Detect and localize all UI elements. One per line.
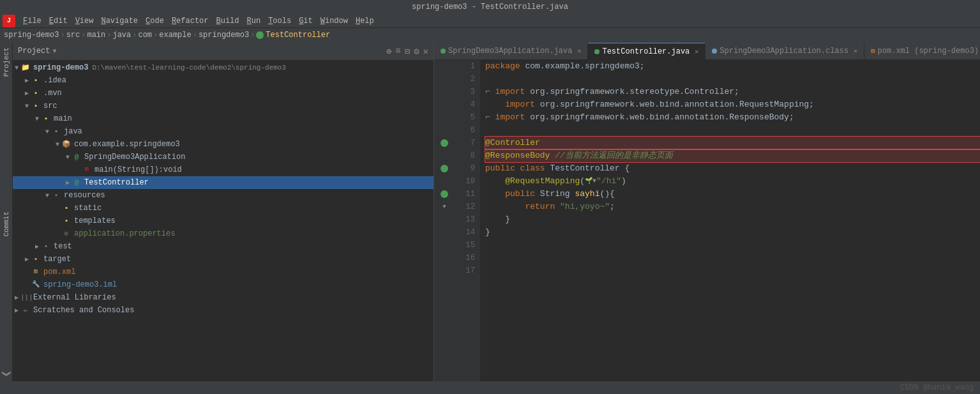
tree-item-iml[interactable]: 🔧 spring-demo3.iml (13, 278, 433, 291)
line-num-6: 6 (455, 124, 480, 137)
menu-view[interactable]: View (72, 15, 98, 27)
tree-item-springapp[interactable]: ▼ @ SpringDemo3Application (13, 151, 433, 163)
tab-springdemo3app[interactable]: SpringDemo3Application.java ✕ (434, 43, 588, 59)
gutter-cell-13 (434, 213, 455, 226)
fold-icon-12[interactable]: ▼ (442, 204, 446, 210)
tree-item-src[interactable]: ▼ ▪ src (13, 100, 433, 112)
breakpoint-11[interactable] (441, 190, 448, 198)
tree-item-main[interactable]: ▼ ▪ main (13, 112, 433, 125)
tab-dot-testcontroller (594, 49, 599, 54)
breadcrumb-src[interactable]: src (66, 31, 80, 40)
code-line-5: ⌐ import org.springframework.web.bind.an… (485, 111, 980, 124)
code-line-9: public class TestController { (485, 162, 980, 175)
menu-refactor[interactable]: Refactor (168, 15, 213, 27)
menu-help[interactable]: Help (352, 15, 378, 27)
tree-label-package: com.example.springdemo3 (74, 140, 180, 149)
menu-navigate[interactable]: Navigate (97, 15, 142, 27)
menu-build[interactable]: Build (213, 15, 243, 27)
line-num-10: 10 (455, 175, 480, 188)
breadcrumb-main[interactable]: main (87, 31, 105, 40)
line-num-17: 17 (455, 264, 480, 277)
controller-icon (256, 31, 264, 39)
pkg-3: org.springframework.stereotype. (530, 86, 684, 98)
tree-item-scratches[interactable]: ▶ ✏ Scratches and Consoles (13, 304, 433, 317)
tree-item-main-method[interactable]: m main(String[]):void (13, 163, 433, 176)
menu-file[interactable]: File (19, 15, 45, 27)
menu-edit[interactable]: Edit (45, 15, 72, 27)
code-line-2 (485, 73, 980, 86)
collapse-icon[interactable]: ⊟ (405, 46, 410, 57)
breadcrumb-com[interactable]: com (138, 31, 152, 40)
sort-icon[interactable]: ≡ (395, 46, 400, 57)
tree-item-static[interactable]: ▪ static (13, 202, 433, 215)
breadcrumb-springdemo3[interactable]: springdemo3 (199, 31, 249, 40)
spring-icon-10: 🌱 (585, 175, 592, 188)
close-panel-icon[interactable]: ✕ (423, 46, 428, 57)
tree-item-resources[interactable]: ▼ ▪ resources (13, 189, 433, 202)
tree-item-templates[interactable]: ▪ templates (13, 215, 433, 227)
breakpoint-9[interactable] (441, 165, 448, 172)
locate-icon[interactable]: ⊕ (386, 46, 391, 57)
tree-item-pom[interactable]: m pom.xml (13, 266, 433, 278)
kw-public-1: public (485, 162, 520, 175)
folder-icon-templates: ▪ (61, 216, 72, 226)
tab-pom[interactable]: m pom.xml (spring-demo3) ✕ (864, 43, 980, 59)
menu-code[interactable]: Code (142, 15, 168, 27)
breadcrumb-example[interactable]: example (159, 31, 191, 40)
method-icon-main: m (82, 165, 92, 175)
tree-label-extlibs: External Libraries (33, 293, 116, 302)
tree-arrow-src: ▼ (23, 103, 31, 110)
breadcrumb-project[interactable]: spring-demo3 (4, 31, 59, 40)
breadcrumb-java[interactable]: java (112, 31, 131, 40)
menu-git[interactable]: Git (295, 15, 317, 27)
type-string: String (540, 188, 575, 201)
tree-item-testcontroller[interactable]: ▶ @ TestController (13, 176, 433, 189)
tree-arrow-java: ▼ (43, 128, 51, 135)
sidebar-tab-chevron[interactable]: ❮ (0, 367, 14, 381)
tree-item-test[interactable]: ▶ ▪ test (13, 240, 433, 253)
tab-testcontroller[interactable]: TestController.java ✕ (588, 43, 705, 59)
tree-item-package[interactable]: ▼ 📦 com.example.springdemo3 (13, 138, 433, 151)
tree-item-target[interactable]: ▶ ▪ target (13, 253, 433, 266)
tab-close-testcontroller[interactable]: ✕ (695, 48, 698, 56)
folder-icon-idea: ▪ (31, 75, 41, 86)
breakpoint-7[interactable] (441, 139, 448, 147)
tab-springdemo3class[interactable]: SpringDemo3Application.class ✕ (705, 43, 864, 59)
tree-item-mvn[interactable]: ▶ ▪ .mvn (13, 87, 433, 100)
xml-icon: m (31, 267, 41, 277)
menu-run[interactable]: Run (243, 15, 265, 27)
gutter-cell-8 (434, 149, 455, 162)
cls-responsebody: ResponseBody (729, 111, 789, 124)
title-text: spring-demo3 - TestController.java (412, 3, 568, 11)
menu-window[interactable]: Window (317, 15, 352, 27)
tree-label-appprops: application.properties (74, 229, 175, 238)
tree-label-src: src (43, 102, 57, 110)
breadcrumb: spring-demo3 › src › main › java › com ›… (0, 28, 980, 42)
str-hiyoyo: "hi,yoyo~" (560, 201, 610, 213)
code-content[interactable]: package com.example.springdemo3; ⌐ impor… (480, 60, 980, 381)
watermark: CSDN @hania_wang (900, 383, 974, 392)
code-line-1: package com.example.springdemo3; (485, 60, 980, 73)
panel-dropdown-icon[interactable]: ▼ (52, 48, 56, 55)
tree-item-java[interactable]: ▼ ▪ java (13, 125, 433, 138)
tree-item-idea[interactable]: ▶ ▪ .idea (13, 74, 433, 87)
code-line-4: import org.springframework.web.bind.anno… (485, 98, 980, 111)
line-numbers: 1 2 3 4 5 6 7 8 9 10 11 12 13 14 15 16 1… (455, 60, 480, 381)
str-hi: "/hi" (596, 175, 621, 188)
kw-import-1: import (495, 86, 531, 98)
properties-icon: ⚙ (61, 229, 72, 239)
tab-close-springdemo3app[interactable]: ✕ (577, 47, 581, 55)
breadcrumb-controller[interactable]: TestController (266, 31, 330, 40)
menu-tools[interactable]: Tools (264, 15, 295, 27)
tree-item-root[interactable]: ▼ 📁 spring-demo3 D:\maven\test-learning-… (13, 61, 433, 74)
sidebar-tab-project[interactable]: Project (1, 42, 11, 82)
gear-icon[interactable]: ⚙ (414, 46, 419, 57)
main-layout: Project Commit ❮ Project ▼ ⊕ ≡ ⊟ ⚙ ✕ ▼ (0, 42, 980, 381)
folder-icon-static: ▪ (61, 203, 72, 213)
tab-close-springdemo3class[interactable]: ✕ (854, 47, 857, 55)
method-sayhi: sayhi (575, 188, 599, 201)
sidebar-tab-commit[interactable]: Commit (1, 206, 11, 242)
tree-item-appprops[interactable]: ⚙ application.properties (13, 227, 433, 240)
tree-item-extlibs[interactable]: ▶ ||| External Libraries (13, 291, 433, 304)
code-line-13: } (485, 213, 980, 226)
